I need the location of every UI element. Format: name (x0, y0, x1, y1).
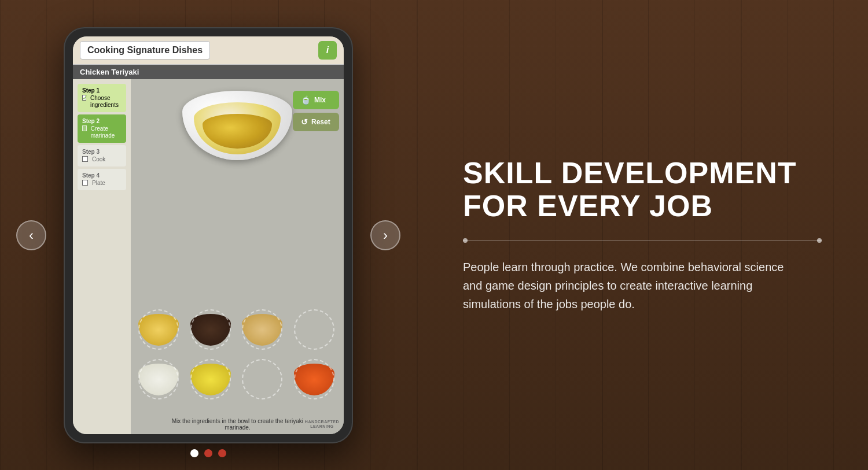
ingredient-8-dashed (294, 359, 334, 399)
left-panel: ‹ Cooking Signature Dishes i Chicken Ter… (0, 0, 417, 470)
handcrafted-logo: HANDCRAFTEDLEARNING (305, 420, 339, 428)
main-layout: ‹ Cooking Signature Dishes i Chicken Ter… (0, 0, 868, 470)
ingredient-6[interactable] (187, 359, 234, 405)
divider (463, 240, 822, 240)
reset-icon: ↺ (301, 117, 308, 127)
step-4[interactable]: Step 4 Plate (78, 169, 126, 190)
ingredient-4-empty (291, 309, 337, 356)
app-header: Cooking Signature Dishes i (73, 36, 344, 65)
ingredient-4-dashed (294, 309, 334, 350)
step-4-name: Plate (92, 180, 105, 187)
ingredient-1-dashed (138, 309, 179, 350)
bowl-visual (179, 91, 295, 195)
mix-icon: 🍵 (301, 95, 311, 105)
ingredient-7-dashed (242, 359, 282, 399)
prev-button[interactable]: ‹ (16, 220, 46, 250)
reset-label: Reset (311, 118, 330, 126)
dot-1[interactable] (190, 449, 198, 457)
step-3-label: Step 3 (82, 149, 122, 155)
ingredient-5-dashed (138, 359, 179, 399)
app-content: Step 1 Choose ingredients Step 2 Create … (73, 79, 344, 434)
ingredient-1[interactable] (135, 309, 182, 356)
dot-3[interactable] (218, 449, 226, 457)
step-4-label: Step 4 (82, 172, 122, 179)
ingredient-8[interactable] (291, 359, 337, 405)
right-panel: SKILL DEVELOPMENT FOR EVERY JOB People l… (417, 122, 868, 348)
steps-sidebar: Step 1 Choose ingredients Step 2 Create … (73, 79, 131, 434)
dish-name: Chicken Teriyaki (73, 65, 344, 79)
ingredient-3[interactable] (239, 309, 285, 356)
step-4-checkbox (82, 180, 88, 186)
dot-2[interactable] (204, 449, 212, 457)
step-3-name: Cook (92, 156, 105, 163)
mixing-bowl (179, 91, 295, 195)
chevron-right-icon: › (383, 227, 388, 243)
mix-label: Mix (314, 96, 326, 104)
step-2-name: Create marinade (91, 125, 122, 139)
heading-line-2: FOR EVERY JOB (463, 189, 713, 223)
next-button[interactable]: › (370, 220, 400, 250)
step-3[interactable]: Step 3 Cook (78, 145, 126, 166)
cooking-area: 🍵 Mix ↺ Reset (131, 79, 344, 434)
ingredient-7-empty (239, 359, 285, 405)
info-button[interactable]: i (318, 41, 337, 60)
main-heading: SKILL DEVELOPMENT FOR EVERY JOB (463, 157, 822, 223)
step-1[interactable]: Step 1 Choose ingredients (78, 84, 126, 112)
step-1-checkbox (82, 95, 86, 101)
step-2-label: Step 2 (82, 118, 122, 124)
ingredient-3-dashed (242, 309, 282, 350)
app-title: Cooking Signature Dishes (80, 41, 210, 60)
ingredient-6-dashed (190, 359, 231, 399)
step-2[interactable]: Step 2 Create marinade (78, 114, 126, 143)
ingredients-grid (135, 309, 339, 405)
instructions-bar: Mix the ingredients in the bowl to creat… (131, 417, 344, 432)
step-2-checkbox (82, 125, 87, 131)
ingredient-2[interactable] (187, 309, 234, 356)
ingredient-5[interactable] (135, 359, 182, 405)
description-text: People learn through practice. We combin… (463, 258, 799, 313)
tablet-screen: Cooking Signature Dishes i Chicken Teriy… (73, 36, 344, 434)
tablet: Cooking Signature Dishes i Chicken Teriy… (64, 27, 353, 443)
step-3-checkbox (82, 156, 88, 162)
step-1-name: Choose ingredients (90, 95, 122, 109)
reset-button[interactable]: ↺ Reset (293, 113, 339, 131)
mix-button[interactable]: 🍵 Mix (293, 91, 339, 109)
chevron-left-icon: ‹ (29, 227, 34, 243)
step-1-label: Step 1 (82, 87, 122, 94)
ingredient-2-dashed (190, 309, 231, 350)
instructions-text: Mix the ingredients in the bowl to creat… (170, 418, 305, 431)
action-buttons: 🍵 Mix ↺ Reset (293, 91, 339, 131)
pagination-dots (0, 449, 417, 457)
heading-line-1: SKILL DEVELOPMENT (463, 156, 797, 190)
